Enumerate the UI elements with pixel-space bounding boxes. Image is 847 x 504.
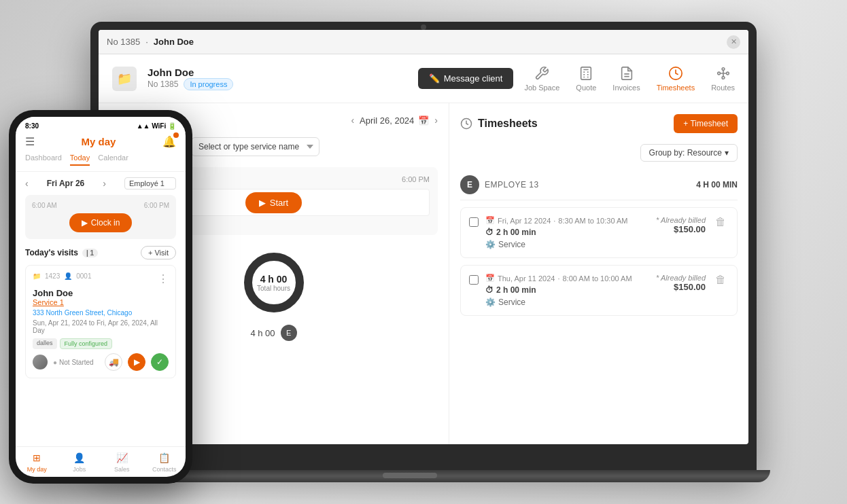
nav-routes[interactable]: Routes xyxy=(711,66,735,92)
tag-configured: Fully configured xyxy=(60,338,113,349)
service-filter[interactable]: Select or type service name xyxy=(191,137,319,156)
visit-card-header: 📁 1423 👤 0001 ⋮ xyxy=(33,272,169,285)
phone-time-end: 6:00 PM xyxy=(144,202,169,209)
entry-billing-1: * Already billed $150.00 xyxy=(656,216,706,234)
nav-quote[interactable]: Quote xyxy=(576,66,596,92)
time-end-label: 6:00 PM xyxy=(402,175,430,183)
check-action-button[interactable]: ✓ xyxy=(151,353,169,371)
billed-label-1: * Already billed xyxy=(656,216,706,224)
phone-title: My day xyxy=(82,136,116,147)
user-icon-phone: 👤 xyxy=(64,272,72,280)
calendar-icon[interactable]: 📅 xyxy=(418,115,429,126)
nav-invoices-label: Invoices xyxy=(612,84,640,92)
close-button[interactable]: ✕ xyxy=(727,35,740,49)
date-navigation: ‹ April 26, 2024 📅 › xyxy=(351,115,438,126)
calculator-icon xyxy=(578,66,593,81)
play-action-button[interactable]: ▶ xyxy=(128,353,145,371)
hamburger-icon[interactable]: ☰ xyxy=(25,135,35,148)
timesheets-clock-icon xyxy=(460,118,472,130)
phone-screen: 8:30 ▲▲ WiFi 🔋 ☰ My day 🔔 Dashboard Toda… xyxy=(16,117,186,477)
employee-avatar: E xyxy=(460,175,479,194)
home-icon: ⊞ xyxy=(30,451,44,465)
employee-header: E EMPLOYE 13 4 H 00 MIN xyxy=(460,170,738,200)
chart-avatar: E xyxy=(281,325,297,341)
start-button[interactable]: ▶ Start xyxy=(245,192,302,213)
nav-routes-label: Routes xyxy=(711,84,735,92)
visits-header: Today's visits | 1 + Visit xyxy=(25,246,176,259)
svg-point-12 xyxy=(722,76,725,79)
donut-center: 4 h 00 Total hours xyxy=(257,274,290,292)
donut-label: Total hours xyxy=(257,285,290,292)
phone-time-labels: 6:00 AM 6:00 PM xyxy=(32,202,169,209)
tab-today[interactable]: Today xyxy=(70,154,90,166)
phone-signal: ▲▲ WiFi 🔋 xyxy=(137,122,176,130)
title-bar: No 1385 · John Doe ✕ xyxy=(99,30,748,54)
phone-status-bar: 8:30 ▲▲ WiFi 🔋 xyxy=(16,117,186,132)
client-info: John Doe No 1385 In progress xyxy=(148,67,407,90)
phone-tabs: Dashboard Today Calendar xyxy=(16,154,186,172)
nav-job-space[interactable]: Job Space xyxy=(524,66,559,92)
svg-point-13 xyxy=(717,72,720,75)
entry-details-2: 📅 Thu, Apr 11 2024 · 8:00 AM to 10:00 AM… xyxy=(485,274,649,307)
phone-nav-my-day[interactable]: ⊞ My day xyxy=(16,451,58,473)
nav-quote-label: Quote xyxy=(576,84,596,92)
date-display: April 26, 2024 📅 xyxy=(360,115,429,126)
routes-icon xyxy=(716,66,731,81)
visit-name: John Doe xyxy=(33,288,169,298)
phone-nav-jobs[interactable]: 👤 Jobs xyxy=(58,451,101,473)
phone-nav-sales[interactable]: 📈 Sales xyxy=(101,451,143,473)
employee-group: E EMPLOYE 13 4 H 00 MIN 📅 Fr xyxy=(460,170,738,316)
clock-in-button[interactable]: ▶ Clock in xyxy=(69,213,133,232)
app-window: No 1385 · John Doe ✕ 📁 John Doe No 1385 … xyxy=(99,30,748,444)
calendar-icon-1: 📅 xyxy=(485,216,495,225)
tag-dalles: dalles xyxy=(33,338,57,349)
add-visit-button[interactable]: + Visit xyxy=(141,246,176,259)
more-icon[interactable]: ⋮ xyxy=(158,272,169,285)
delete-entry-button-1[interactable]: 🗑 xyxy=(712,216,729,228)
group-by-selector: Group by: Resource ▾ xyxy=(460,144,738,162)
clock-icon-1: ⏱ xyxy=(485,228,494,237)
phone-nav-contacts[interactable]: 📋 Contacts xyxy=(143,451,186,473)
edit-icon: ✏️ xyxy=(429,73,440,84)
phone-date-next[interactable]: › xyxy=(103,178,106,189)
visits-title: Today's visits | 1 xyxy=(25,248,98,257)
entry-service-2: ⚙️ Service xyxy=(485,298,649,307)
visit-service[interactable]: Service 1 xyxy=(33,298,169,306)
job-number: No 1385 In progress xyxy=(148,78,407,90)
entry-date-2: 📅 Thu, Apr 11 2024 · 8:00 AM to 10:00 AM xyxy=(485,274,649,283)
folder-icon-phone: 📁 xyxy=(33,272,41,280)
nav-timesheets[interactable]: Timesheets xyxy=(657,66,695,92)
play-icon: ▶ xyxy=(259,198,266,208)
bell-icon[interactable]: 🔔 xyxy=(162,135,176,148)
truck-action-button[interactable]: 🚚 xyxy=(105,353,122,371)
add-timesheet-button[interactable]: + Timesheet xyxy=(674,114,738,133)
laptop-screen: No 1385 · John Doe ✕ 📁 John Doe No 1385 … xyxy=(99,30,748,444)
entry-checkbox-2[interactable] xyxy=(469,275,479,285)
chevron-down-icon: ▾ xyxy=(725,148,729,158)
visit-address: 333 North Green Street, Chicago xyxy=(33,309,169,317)
phone-date: Fri Apr 26 xyxy=(47,179,85,188)
jobs-icon: 👤 xyxy=(73,451,86,465)
tab-calendar[interactable]: Calendar xyxy=(98,154,128,166)
entry-checkbox-1[interactable] xyxy=(469,217,479,227)
phone-time-bar: 6:00 AM 6:00 PM ▶ Clock in xyxy=(25,195,176,239)
phone-date-prev[interactable]: ‹ xyxy=(25,178,29,189)
nav-invoices[interactable]: Invoices xyxy=(612,66,640,92)
summary-hours: 4 h 00 xyxy=(250,328,275,338)
group-by-button[interactable]: Group by: Resource ▾ xyxy=(640,144,738,162)
invoice-icon xyxy=(619,66,634,81)
visit-tags: dalles Fully configured xyxy=(33,338,169,349)
date-next-button[interactable]: › xyxy=(434,115,438,126)
delete-entry-button-2[interactable]: 🗑 xyxy=(712,274,729,286)
date-prev-button[interactable]: ‹ xyxy=(351,115,354,126)
tab-dashboard[interactable]: Dashboard xyxy=(25,154,62,166)
title-bar-separator: · xyxy=(145,37,148,47)
message-client-button[interactable]: ✏️ Message client xyxy=(418,68,514,89)
job-number-label: No 1385 xyxy=(107,37,140,47)
phone-content: ‹ Fri Apr 26 › Employé 1 6:00 AM 6:00 PM xyxy=(16,172,186,446)
nav-icons: Job Space xyxy=(524,66,735,92)
entry-date-1: 📅 Fri, Apr 12 2024 · 8:30 AM to 10:30 AM xyxy=(485,216,649,225)
phone-employee-select[interactable]: Employé 1 xyxy=(124,177,176,190)
timesheets-header: Timesheets + Timesheet xyxy=(460,114,738,133)
entry-billing-2: * Already billed $150.00 xyxy=(656,274,706,292)
